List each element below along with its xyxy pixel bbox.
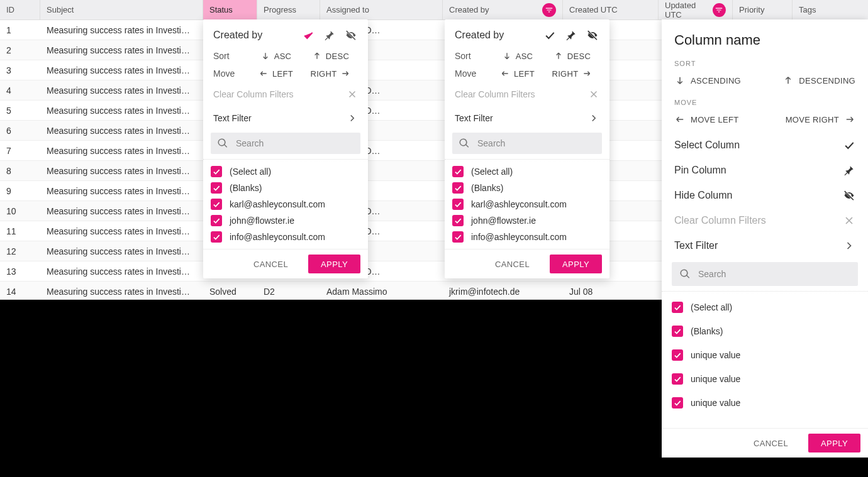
grid-header: ID Subject Status Progress Assigned to C…: [0, 0, 868, 20]
search-box[interactable]: [672, 262, 858, 286]
filter-check-item[interactable]: (Select all): [211, 163, 360, 180]
filter-check-item[interactable]: info@ashleyconsult.com: [211, 229, 360, 245]
search-icon: [459, 138, 470, 149]
search-input[interactable]: [476, 138, 596, 149]
pin-icon[interactable]: [323, 28, 337, 42]
select-column-icon[interactable]: [301, 28, 315, 42]
close-icon: [843, 214, 855, 227]
filter-check-item[interactable]: (Blanks): [452, 180, 602, 196]
move-section-label: MOVE: [662, 94, 868, 106]
check-label: info@ashleyconsult.com: [471, 232, 567, 242]
move-right-button[interactable]: MOVE RIGHT: [765, 110, 855, 129]
check-label: (Blanks): [471, 183, 503, 193]
col-head-progress[interactable]: Progress: [257, 0, 320, 19]
filter-check-item[interactable]: (Select all): [452, 163, 602, 180]
cancel-button[interactable]: CANCEL: [741, 434, 801, 452]
move-label: Move: [455, 69, 490, 79]
text-filter-row[interactable]: Text Filter: [662, 233, 868, 258]
checkbox-icon: [211, 215, 222, 226]
filter-badge-icon[interactable]: [713, 3, 726, 17]
filter-check-item[interactable]: unique value: [672, 391, 858, 415]
search-box[interactable]: [211, 133, 360, 154]
check-icon: [843, 139, 855, 151]
table-cell: 9: [0, 186, 40, 196]
filter-check-item[interactable]: (Blanks): [672, 319, 858, 343]
cancel-button[interactable]: CANCEL: [241, 255, 301, 273]
select-column-row[interactable]: Select Column: [662, 133, 868, 158]
checkbox-icon: [672, 397, 683, 408]
move-left-button[interactable]: LEFT: [248, 69, 303, 79]
check-label: (Blanks): [691, 326, 723, 336]
apply-button[interactable]: APPLY: [550, 255, 602, 273]
check-label: (Select all): [691, 302, 732, 312]
column-menu-panel: Created by Sort ASC DESC Move LEFT RIGHT: [445, 19, 609, 278]
checkbox-icon: [452, 199, 464, 210]
col-head-createdutc[interactable]: Created UTC: [563, 0, 659, 19]
pin-icon: [843, 164, 855, 177]
checkbox-icon: [672, 349, 683, 361]
sort-desc-button[interactable]: DESC: [545, 51, 599, 61]
col-head-subject[interactable]: Subject: [40, 0, 203, 19]
table-cell: 2: [0, 45, 40, 55]
col-head-tags[interactable]: Tags: [793, 0, 868, 19]
col-head-status[interactable]: Status: [203, 0, 257, 19]
search-input[interactable]: [697, 268, 850, 280]
filter-check-item[interactable]: unique value: [672, 343, 858, 367]
col-head-assigned[interactable]: Assigned to: [320, 0, 443, 19]
col-head-updatedutc[interactable]: Updated UTC: [659, 0, 733, 19]
sort-descending-button[interactable]: DESCENDING: [765, 71, 855, 90]
filter-check-item[interactable]: john@flowster.ie: [452, 212, 602, 229]
pin-icon[interactable]: [564, 28, 578, 42]
table-cell: Jul 08: [563, 287, 659, 297]
col-head-createdby[interactable]: Created by: [443, 0, 563, 19]
sort-label: Sort: [213, 51, 248, 61]
filter-check-item[interactable]: info@ashleyconsult.com: [452, 229, 602, 245]
filter-check-item[interactable]: (Blanks): [211, 180, 360, 196]
close-icon: [588, 89, 599, 100]
apply-button[interactable]: APPLY: [808, 434, 860, 452]
hide-icon: [843, 189, 855, 202]
table-cell: Measuring success rates in Investi…: [40, 65, 203, 75]
filter-check-item[interactable]: karl@ashleyconsult.com: [452, 196, 602, 212]
filter-check-item[interactable]: (Select all): [672, 295, 858, 319]
search-box[interactable]: [452, 133, 602, 154]
table-cell: D2: [257, 287, 320, 297]
check-label: unique value: [691, 374, 740, 384]
sort-desc-button[interactable]: DESC: [303, 51, 358, 61]
hide-icon[interactable]: [344, 28, 358, 42]
col-head-priority[interactable]: Priority: [733, 0, 793, 19]
apply-button[interactable]: APPLY: [308, 255, 360, 273]
col-label: Subject: [47, 5, 74, 14]
sort-asc-button[interactable]: ASC: [248, 51, 303, 61]
move-left-button[interactable]: LEFT: [490, 69, 545, 79]
filter-check-item[interactable]: unique value: [672, 367, 858, 391]
filter-check-item[interactable]: karl@ashleyconsult.com: [211, 196, 360, 212]
col-head-id[interactable]: ID: [0, 0, 40, 19]
col-label: Assigned to: [326, 5, 369, 14]
pin-column-row[interactable]: Pin Column: [662, 158, 868, 183]
sort-ascending-button[interactable]: ASCENDING: [674, 71, 765, 90]
col-label: Tags: [799, 5, 816, 14]
arrow-down-icon: [674, 75, 686, 86]
filter-badge-icon[interactable]: [542, 3, 556, 17]
search-input[interactable]: [235, 138, 354, 149]
panel-title: Created by: [455, 30, 535, 41]
hide-column-row[interactable]: Hide Column: [662, 183, 868, 208]
move-right-button[interactable]: RIGHT: [303, 69, 358, 79]
sort-asc-button[interactable]: ASC: [490, 51, 545, 61]
move-right-button[interactable]: RIGHT: [545, 69, 599, 79]
table-cell: Measuring success rates in Investi…: [40, 25, 203, 35]
text-filter-row[interactable]: Text Filter: [445, 106, 609, 130]
table-cell: 5: [0, 106, 40, 116]
column-menu-panel: Created by Sort ASC DESC Move LEFT RIGHT: [203, 19, 368, 278]
text-filter-row[interactable]: Text Filter: [203, 106, 368, 130]
hide-icon[interactable]: [586, 28, 599, 42]
filter-check-item[interactable]: john@flowster.ie: [211, 212, 360, 229]
checkbox-icon: [452, 215, 464, 226]
check-label: karl@ashleyconsult.com: [230, 199, 325, 209]
table-cell: 13: [0, 266, 40, 277]
cancel-button[interactable]: CANCEL: [482, 255, 542, 273]
select-column-icon[interactable]: [543, 28, 557, 42]
clear-filters-row: Clear Column Filters: [662, 208, 868, 233]
move-left-button[interactable]: MOVE LEFT: [674, 110, 765, 129]
